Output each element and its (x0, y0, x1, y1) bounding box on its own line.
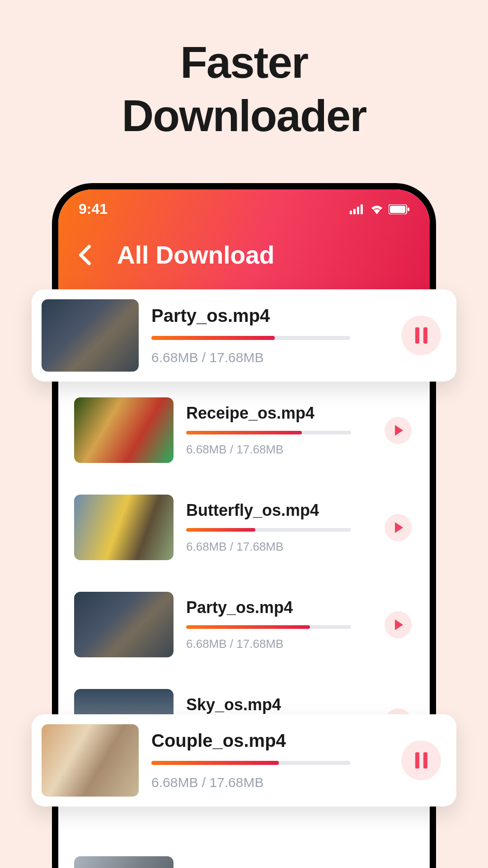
row-title: Party_os.mp4 (186, 598, 372, 617)
pause-icon (415, 752, 427, 769)
row-title: Couple_os.mp4 (151, 731, 389, 751)
progress-bar (186, 625, 351, 629)
thumbnail (42, 299, 139, 372)
thumbnail (74, 495, 174, 560)
pause-button[interactable] (401, 316, 441, 355)
phone-header: 9:41 All Download (58, 189, 430, 293)
pause-icon (415, 327, 427, 344)
row-size: 6.68MB / 17.68MB (186, 443, 372, 457)
progress-bar (186, 431, 351, 434)
play-icon (395, 522, 403, 533)
progress-bar (186, 528, 351, 532)
download-row[interactable]: Party_os.mp4 6.68MB / 17.68MB (67, 576, 421, 673)
back-icon[interactable] (74, 244, 97, 266)
progress-bar (151, 761, 350, 765)
download-card-active[interactable]: Party_os.mp4 6.68MB / 17.68MB (32, 289, 456, 382)
promo-line1: Faster (180, 38, 308, 87)
row-title: Receipe_os.mp4 (186, 404, 372, 423)
page-title: All Download (117, 241, 274, 269)
download-row[interactable]: Butterfly_os.mp4 6.68MB / 17.68MB (67, 479, 421, 576)
app-bar: All Download (74, 223, 414, 282)
svg-rect-1 (353, 209, 356, 214)
row-title: Butterfly_os.mp4 (186, 501, 372, 520)
thumbnail (42, 724, 139, 797)
row-size: 6.68MB / 17.68MB (186, 540, 372, 554)
pause-button[interactable] (401, 741, 441, 780)
download-row[interactable]: Family_os.mp4 (67, 854, 421, 868)
row-size: 6.68MB / 17.68MB (186, 637, 372, 651)
thumbnail (74, 592, 174, 657)
promo-title: Faster Downloader (0, 0, 488, 142)
battery-icon (389, 204, 409, 214)
row-title: Party_os.mp4 (151, 306, 389, 326)
progress-bar (151, 336, 350, 340)
play-button[interactable] (385, 514, 412, 541)
signal-icon (350, 204, 365, 214)
download-card-active[interactable]: Couple_os.mp4 6.68MB / 17.68MB (32, 714, 456, 807)
play-icon (395, 425, 403, 436)
status-time: 9:41 (79, 201, 108, 217)
download-row[interactable]: Receipe_os.mp4 6.68MB / 17.68MB (67, 382, 421, 479)
svg-rect-0 (350, 211, 352, 214)
row-size: 6.68MB / 17.68MB (151, 350, 389, 365)
play-icon (395, 619, 403, 630)
row-title: Sky_os.mp4 (186, 695, 372, 714)
status-bar: 9:41 (74, 189, 414, 223)
status-icons (350, 204, 409, 214)
promo-line2: Downloader (122, 91, 366, 141)
svg-rect-2 (357, 207, 359, 214)
svg-rect-3 (361, 204, 363, 214)
play-button[interactable] (385, 611, 412, 638)
wifi-icon (370, 204, 384, 214)
svg-rect-6 (408, 208, 409, 211)
thumbnail (74, 856, 174, 868)
play-button[interactable] (385, 417, 412, 444)
row-size: 6.68MB / 17.68MB (151, 775, 389, 790)
svg-rect-5 (390, 206, 405, 213)
thumbnail (74, 397, 174, 463)
